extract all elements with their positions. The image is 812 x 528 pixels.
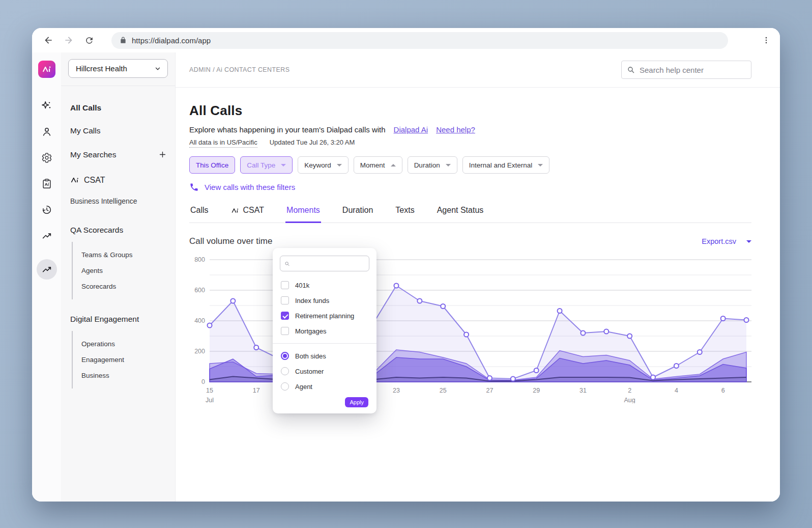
sidebar-item-agents[interactable]: Agents	[81, 267, 168, 274]
add-search-button[interactable]	[157, 149, 168, 160]
sidebar-item-business-intelligence[interactable]: Business Intelligence	[70, 197, 168, 205]
plus-icon	[158, 150, 167, 159]
radio-selected-icon[interactable]	[281, 352, 289, 360]
forward-arrow-icon	[64, 35, 74, 45]
tab-label: Calls	[190, 206, 209, 215]
tab-csat[interactable]: CSAT	[230, 205, 265, 223]
moment-option-retirement-planning[interactable]: Retirement planning	[273, 308, 376, 323]
tab-bar: CallsCSATMomentsDurationTextsAgent Statu…	[189, 205, 751, 223]
view-calls-link[interactable]: View calls with these filters	[189, 182, 295, 192]
sidebar-item-operations[interactable]: Operations	[81, 340, 168, 348]
search-icon	[627, 66, 635, 74]
filter-chip-moment[interactable]: Moment	[354, 156, 402, 174]
phone-icon	[189, 182, 199, 192]
svg-text:200: 200	[194, 348, 205, 355]
tab-texts[interactable]: Texts	[394, 205, 415, 223]
popup-search-input[interactable]	[293, 260, 365, 267]
side-option-agent[interactable]: Agent	[273, 379, 376, 394]
sidebar-item-my-calls[interactable]: My Calls	[70, 126, 168, 135]
sidebar-group-qa-scorecards[interactable]: QA Scorecards	[70, 226, 168, 235]
rail-item-contacts[interactable]	[41, 126, 52, 137]
tab-agent-status[interactable]: Agent Status	[436, 205, 485, 223]
svg-text:0: 0	[201, 378, 205, 385]
filter-chip-label: Keyword	[304, 161, 331, 169]
analytics-trend-icon	[41, 264, 52, 275]
tab-calls[interactable]: Calls	[189, 205, 210, 223]
export-csv-button[interactable]: Export.csv	[702, 237, 751, 245]
rail-item-ai-sparkles[interactable]	[41, 100, 52, 112]
filter-chip-keyword[interactable]: Keyword	[298, 156, 349, 174]
moment-option-index-funds[interactable]: Index funds	[273, 293, 376, 308]
sidebar-item-csat[interactable]: CSAT	[70, 175, 168, 185]
sidebar-item-business[interactable]: Business	[81, 372, 168, 379]
moment-option-mortgages[interactable]: Mortgages	[273, 323, 376, 339]
svg-text:23: 23	[393, 387, 400, 394]
filter-chip-call-type[interactable]: Call Type	[240, 156, 293, 174]
ai-glyph-icon	[70, 175, 80, 185]
browser-reload-button[interactable]	[82, 33, 96, 47]
tab-moments[interactable]: Moments	[285, 205, 321, 223]
org-switcher-button[interactable]: Hillcrest Health	[68, 59, 168, 78]
settings-gear-icon	[41, 152, 52, 163]
sidebar-item-scorecards[interactable]: Scorecards	[81, 283, 168, 290]
tab-duration[interactable]: Duration	[341, 205, 374, 223]
export-label: Export.csv	[702, 237, 736, 245]
ai-glyph-icon	[231, 206, 240, 215]
svg-text:Aug: Aug	[624, 397, 635, 403]
url-bar[interactable]: https://dialpad.com/app	[111, 32, 728, 49]
side-option-customer[interactable]: Customer	[273, 364, 376, 379]
side-option-label: Both sides	[295, 352, 326, 360]
dialpad-ai-logo[interactable]	[38, 61, 55, 78]
tab-label: Duration	[342, 206, 373, 215]
sidebar-item-my-searches[interactable]: My Searches	[70, 150, 116, 159]
chart-title: Call volume over time	[189, 236, 272, 246]
help-search-input[interactable]	[640, 66, 746, 74]
tab-label: Texts	[395, 206, 414, 215]
side-option-both-sides[interactable]: Both sides	[273, 348, 376, 364]
rail-item-trends[interactable]	[41, 230, 52, 241]
svg-text:Jul: Jul	[206, 397, 214, 403]
ai-glyph-icon	[41, 64, 52, 75]
browser-back-button[interactable]	[41, 33, 55, 47]
radio-icon[interactable]	[281, 367, 289, 375]
filter-chip-duration[interactable]: Duration	[408, 156, 457, 174]
sidebar-item-teams-groups[interactable]: Teams & Groups	[81, 251, 168, 259]
timezone-note: All data is in US/Pacific	[189, 138, 257, 148]
svg-text:25: 25	[440, 387, 447, 394]
dialpad-ai-link[interactable]: Dialpad Ai	[394, 125, 428, 134]
svg-text:17: 17	[253, 387, 260, 394]
popup-search-box	[280, 256, 369, 271]
rail-item-history[interactable]	[41, 204, 52, 215]
sparkles-icon	[41, 100, 52, 112]
reload-icon	[84, 36, 94, 45]
moment-option-label: Index funds	[295, 297, 329, 304]
sidebar: Hillcrest Health All Calls My Calls My S…	[61, 52, 176, 502]
rail-item-analytics-active[interactable]	[37, 259, 57, 280]
rail-item-transcripts[interactable]	[41, 178, 52, 189]
apply-button[interactable]: Apply	[345, 397, 368, 407]
history-clock-icon	[41, 204, 52, 215]
need-help-link[interactable]: Need help?	[436, 125, 475, 134]
moment-option-label: Retirement planning	[295, 312, 354, 320]
chevron-down-icon	[337, 164, 342, 166]
checkbox-icon[interactable]	[281, 281, 289, 289]
radio-icon[interactable]	[281, 382, 289, 391]
browser-forward-button[interactable]	[62, 33, 76, 47]
moment-option-401k[interactable]: 401k	[273, 277, 376, 293]
filter-chip-this-office[interactable]: This Office	[189, 156, 235, 174]
app-shell: Hillcrest Health All Calls My Calls My S…	[32, 52, 780, 502]
svg-text:29: 29	[533, 387, 540, 394]
sidebar-item-enagagement[interactable]: Enagagement	[81, 356, 168, 364]
sidebar-item-all-calls[interactable]: All Calls	[70, 103, 168, 113]
rail-item-settings[interactable]	[41, 152, 52, 163]
checkbox-icon[interactable]	[281, 296, 289, 304]
main-panel: ADMIN / Ai CONTACT CENTERS All Calls Exp…	[176, 52, 780, 502]
sidebar-group-digital-engagement[interactable]: Digital Engagement	[70, 315, 168, 324]
browser-menu-button[interactable]	[762, 36, 771, 45]
apply-row: Apply	[273, 394, 376, 407]
filter-chip-internal-and-external[interactable]: Internal and External	[462, 156, 550, 174]
checkbox-icon[interactable]	[281, 327, 289, 335]
lock-icon	[120, 37, 127, 44]
moment-option-label: Mortgages	[295, 327, 326, 335]
checkbox-checked-icon[interactable]	[281, 312, 289, 320]
